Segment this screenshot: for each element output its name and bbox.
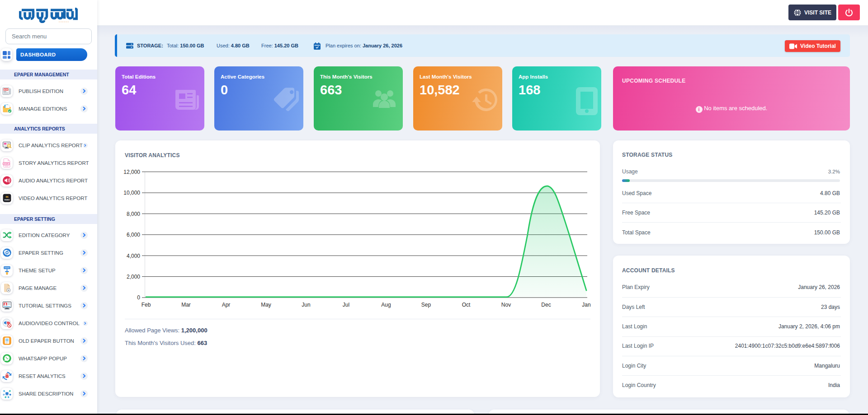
svg-text:Feb: Feb <box>142 302 151 308</box>
svg-text:Nov: Nov <box>501 302 511 308</box>
svg-text:Oct: Oct <box>462 302 471 308</box>
svg-text:2,000: 2,000 <box>127 274 140 280</box>
svg-text:Apr: Apr <box>222 302 231 308</box>
svg-text:Dec: Dec <box>541 302 551 308</box>
svg-text:VIDEO: VIDEO <box>4 199 10 201</box>
svg-text:Aug: Aug <box>381 302 391 308</box>
svg-text:NEWS: NEWS <box>3 89 8 91</box>
svg-text:8,000: 8,000 <box>127 211 140 217</box>
svg-text:4,000: 4,000 <box>127 253 140 259</box>
svg-text:Jun: Jun <box>302 302 310 308</box>
svg-text:12,000: 12,000 <box>123 169 140 175</box>
svg-text:Sep: Sep <box>421 302 431 308</box>
svg-text:Mar: Mar <box>181 302 191 308</box>
svg-text:May: May <box>261 302 271 308</box>
svg-text:6,000: 6,000 <box>127 232 140 238</box>
svg-text:STORY: STORY <box>4 163 9 165</box>
svg-text:10,000: 10,000 <box>123 190 140 196</box>
svg-text:0: 0 <box>137 294 140 301</box>
svg-text:Jul: Jul <box>343 302 349 308</box>
svg-text:~ ~ ~ ~ ~ ~: ~ ~ ~ ~ ~ ~ <box>59 21 69 23</box>
svg-text:Jan: Jan <box>582 302 590 308</box>
svg-text:4K: 4K <box>5 196 9 198</box>
